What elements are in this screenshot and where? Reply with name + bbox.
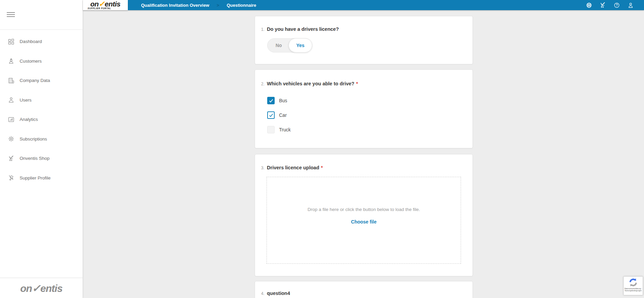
recaptcha-badge[interactable]: Datenschutzerklärung - Nutzungsbedingung… [623,276,643,295]
cart-check-icon [7,155,15,162]
question-text: Do you have a drivers licence? [267,26,339,32]
sidebar-item-label: Analytics [20,117,38,122]
checkbox-label[interactable]: Bus [279,98,287,103]
checkbox-row-car[interactable]: Car [267,111,287,119]
sidebar-item-label: Dashboard [20,39,42,44]
checkbox-label[interactable]: Truck [279,127,291,132]
checkbox-checked-outline-icon[interactable] [267,111,275,119]
required-asterisk: * [356,81,358,86]
question-text: question4 [267,291,290,296]
recaptcha-terms[interactable]: Datenschutzerklärung - Nutzungsbedingung… [624,288,642,292]
sidebar-item-supplier-profile[interactable]: Supplier Profile [0,168,83,188]
top-bar: Qualification Invitation Overview > Ques… [128,0,644,10]
sidebar: Dashboard Customers [0,0,83,298]
breadcrumb-item-questionnaire[interactable]: Questionnaire [227,3,256,8]
chevron-right-icon: > [217,3,220,8]
breadcrumb-item-qualification-invitation-overview[interactable]: Qualification Invitation Overview [141,3,209,8]
question-card-1: 1. Do you have a drivers licence? No Yes [255,16,473,64]
dashboard-icon [7,38,15,45]
users-icon [7,96,15,104]
toggle-option-no[interactable]: No [268,39,290,52]
choose-file-button[interactable]: Choose file [267,219,461,225]
toggle-option-yes-selected[interactable]: Yes [289,38,312,52]
checkbox-checked-icon[interactable] [267,97,275,104]
footer-logo: on✓entis [0,282,83,295]
sidebar-item-label: Onventis Shop [20,156,50,161]
sidebar-item-onventis-shop[interactable]: Onventis Shop [0,149,83,168]
question-text: Which vehicles are you able to drive? [267,81,354,86]
checkbox-row-truck[interactable]: Truck [267,126,291,133]
sidebar-item-company-data[interactable]: Company Data [0,71,83,90]
sidebar-item-dashboard[interactable]: Dashboard [0,32,83,51]
sidebar-item-label: Company Data [20,78,50,83]
globe-icon[interactable] [585,2,592,8]
sidebar-item-label: Supplier Profile [20,175,51,180]
recaptcha-icon [628,278,638,287]
analytics-icon [7,116,15,123]
sidebar-footer-divider [0,278,83,278]
sidebar-item-analytics[interactable]: Analytics [0,110,83,129]
checkbox-unchecked-icon[interactable] [267,126,275,133]
question-text: Drivers licence upload [267,165,319,170]
file-drop-zone[interactable]: Drop a file here or click the button bel… [267,177,461,264]
question-number: 3. [261,166,264,170]
footer-logo-text: on [20,283,32,294]
question-card-3: 3. Drivers licence upload * Drop a file … [255,154,473,276]
cart-check-icon[interactable] [599,2,606,8]
help-icon[interactable] [613,2,620,8]
sidebar-nav: Dashboard Customers [0,32,83,188]
logo-text: on [90,0,99,8]
gear-icon [7,135,15,143]
question-card-2: 2. Which vehicles are you able to drive?… [255,69,473,148]
sidebar-item-label: Customers [20,59,42,64]
hamburger-icon[interactable] [7,12,15,17]
sidebar-item-users[interactable]: Users [0,90,83,110]
questionnaire: 1. Do you have a drivers licence? No Yes… [255,16,473,298]
company-data-icon [7,77,15,84]
topbar-icons [585,2,634,8]
drop-zone-hint: Drop a file here or click the button bel… [267,207,461,212]
question-card-4: 4. question4 [255,281,473,298]
logo-wordmark: on✓entis [90,1,120,7]
logo-subtitle: SUPPLIER PORTAL [88,7,111,9]
sidebar-item-customers[interactable]: Customers [0,51,83,71]
logo-checkmark: ✓ [32,282,40,294]
footer-logo-text: entis [40,283,62,294]
sidebar-divider [0,29,83,30]
checkbox-label[interactable]: Car [279,112,287,118]
yes-no-toggle[interactable]: No Yes [267,38,312,52]
required-asterisk: * [321,165,323,170]
sidebar-item-label: Users [20,98,31,103]
logo-text: entis [105,0,121,8]
hand-truck-icon [7,174,15,182]
checkbox-row-bus[interactable]: Bus [267,97,287,104]
app-logo[interactable]: on✓entis SUPPLIER PORTAL [83,0,128,10]
question-number: 2. [261,82,264,86]
sidebar-item-label: Subscriptions [20,136,47,142]
question-number: 1. [261,27,264,32]
breadcrumb: Qualification Invitation Overview > Ques… [141,3,256,8]
customers-icon [7,57,15,65]
question-number: 4. [261,291,264,296]
user-icon[interactable] [627,2,634,8]
sidebar-item-subscriptions[interactable]: Subscriptions [0,129,83,149]
